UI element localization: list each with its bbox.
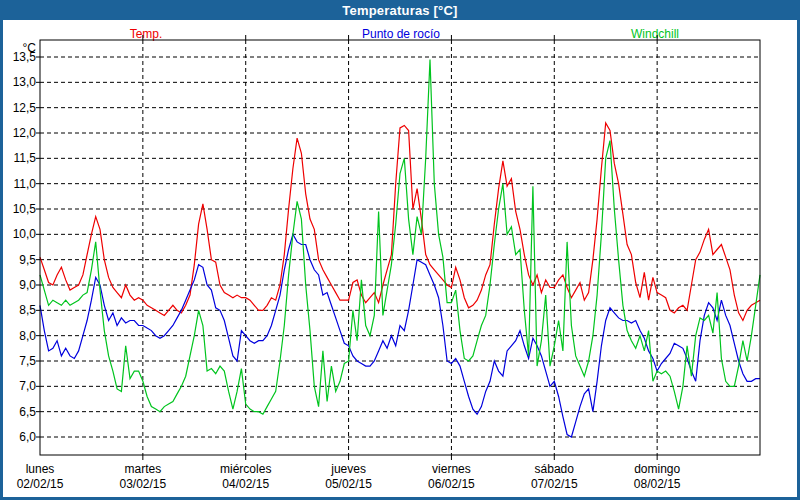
x-axis-day-name: viernes bbox=[432, 462, 471, 476]
y-axis-label: 8,5 bbox=[19, 303, 36, 317]
x-axis-day-name: lunes bbox=[26, 462, 55, 476]
y-axis-label: 9,5 bbox=[19, 253, 36, 267]
x-axis-day-name: miércoles bbox=[220, 462, 271, 476]
y-axis-label: 11,0 bbox=[14, 177, 37, 191]
y-axis-label: 11,5 bbox=[14, 151, 37, 165]
x-axis-day-date: 07/02/15 bbox=[531, 477, 578, 491]
y-axis-unit: °C bbox=[23, 41, 37, 55]
y-axis-label: 12,0 bbox=[13, 126, 37, 140]
y-axis-label: 13,0 bbox=[13, 75, 37, 89]
weather-chart-window: Temperaturas [°C] Temp.Punto de rocíoWin… bbox=[0, 0, 800, 500]
x-axis-day-date: 05/02/15 bbox=[325, 477, 372, 491]
y-axis-label: 12,5 bbox=[13, 101, 37, 115]
temperature-chart: 13,513,012,512,011,511,010,510,09,59,08,… bbox=[0, 0, 800, 500]
x-axis-day-name: martes bbox=[125, 462, 162, 476]
x-axis-day-date: 06/02/15 bbox=[428, 477, 475, 491]
series-line-temp- bbox=[40, 123, 760, 321]
y-axis-label: 7,0 bbox=[19, 379, 36, 393]
x-axis-day-date: 04/02/15 bbox=[222, 477, 269, 491]
x-axis-day-date: 03/02/15 bbox=[119, 477, 166, 491]
x-axis-day-date: 08/02/15 bbox=[634, 477, 681, 491]
y-axis-label: 8,0 bbox=[19, 329, 36, 343]
y-axis-label: 10,5 bbox=[13, 202, 37, 216]
y-axis-label: 10,0 bbox=[13, 227, 37, 241]
y-axis-label: 6,5 bbox=[19, 405, 36, 419]
y-axis-label: 7,5 bbox=[19, 354, 36, 368]
x-axis-day-name: domingo bbox=[634, 462, 680, 476]
y-axis-label: 6,0 bbox=[19, 430, 36, 444]
y-axis-label: 9,0 bbox=[19, 278, 36, 292]
x-axis-day-date: 02/02/15 bbox=[17, 477, 64, 491]
x-axis-day-name: sábado bbox=[535, 462, 575, 476]
x-axis-day-name: jueves bbox=[330, 462, 366, 476]
plot-border bbox=[40, 40, 760, 455]
